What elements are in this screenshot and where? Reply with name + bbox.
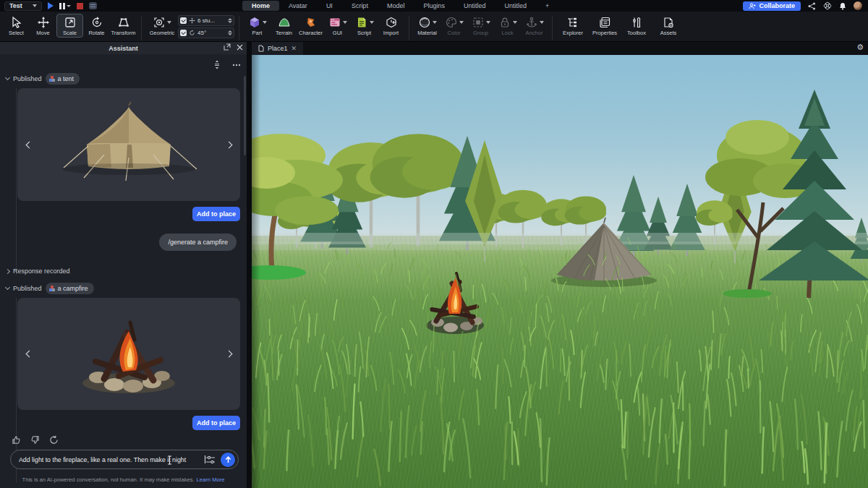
tab-ui[interactable]: UI [317, 1, 342, 11]
rotate-tool-button[interactable]: Rotate [83, 14, 110, 38]
import-button[interactable]: Import [378, 14, 404, 38]
apps-grid-icon[interactable] [823, 1, 832, 10]
carousel-next-button[interactable] [226, 350, 231, 359]
close-icon[interactable] [237, 44, 243, 51]
chevron-down-icon [433, 21, 437, 24]
material-button[interactable]: Material [414, 14, 441, 38]
assistant-input[interactable]: Add light to the fireplace, like a real … [10, 450, 239, 469]
tent-preview-card[interactable] [17, 88, 240, 201]
model-icon [49, 76, 55, 82]
popout-icon[interactable] [224, 43, 231, 51]
published-label: Published [13, 75, 42, 82]
tab-script[interactable]: Script [342, 1, 378, 11]
toolbox-icon [630, 16, 643, 29]
send-button[interactable] [221, 453, 235, 467]
group-button[interactable]: Group [467, 14, 494, 38]
add-to-place-button-tent[interactable]: Add to place [192, 207, 240, 221]
viewport-settings-gear-icon[interactable]: ⚙ [856, 43, 864, 52]
add-to-place-button-campfire[interactable]: Add to place [192, 416, 240, 430]
anchor-button[interactable]: Anchor [521, 14, 548, 38]
assistant-conversation[interactable]: Published a tent [0, 54, 247, 488]
scale-tool-button[interactable]: Scale [56, 14, 83, 38]
move-snap-checkbox[interactable] [180, 17, 187, 24]
assistant-input-text[interactable]: Add light to the fireplace, like a real … [19, 456, 204, 463]
tune-icon[interactable] [205, 455, 216, 464]
script-button[interactable]: Script [351, 14, 378, 38]
move-arrows-icon [37, 16, 50, 29]
explorer-button[interactable]: Explorer [557, 14, 589, 38]
panel-divider[interactable] [247, 42, 252, 488]
scene-objects [252, 55, 868, 488]
character-button[interactable]: Character [297, 14, 324, 38]
rotate-snap-field[interactable]: 45° [178, 27, 234, 38]
place-tab-label: Place1 [268, 45, 288, 52]
carousel-prev-button[interactable] [26, 140, 32, 149]
user-message-bubble: /generate a campfire [159, 234, 237, 251]
test-mode-dropdown[interactable]: Test [4, 1, 42, 11]
response-recorded-row[interactable]: Response recorded [6, 267, 70, 275]
tab-model[interactable]: Model [378, 1, 414, 11]
stop-icon[interactable] [77, 3, 83, 9]
move-snap-stepper[interactable] [228, 18, 232, 23]
explorer-tree-icon [566, 16, 579, 29]
select-tool-button[interactable]: Select [3, 14, 30, 38]
terrain-button[interactable]: Terrain [271, 14, 297, 38]
thumbs-down-icon[interactable] [30, 435, 40, 445]
pause-icon[interactable] [59, 3, 71, 9]
close-tab-icon[interactable]: ✕ [292, 45, 297, 52]
chevron-down-icon [370, 21, 374, 24]
campfire-preview-card[interactable] [17, 298, 240, 410]
ai-disclaimer: This is an AI-powered conversation, not … [0, 476, 247, 483]
lock-button[interactable]: Lock [494, 14, 521, 38]
chevron-down-icon [167, 21, 171, 24]
tab-untitled-2[interactable]: Untitled [495, 1, 536, 11]
user-avatar[interactable] [854, 1, 862, 10]
published-row-campfire[interactable]: Published a campfire [6, 283, 94, 294]
mute-icon[interactable] [89, 2, 97, 9]
expand-collapse-icon[interactable] [213, 60, 221, 69]
regenerate-icon[interactable] [49, 435, 59, 445]
geometric-icon [153, 16, 166, 29]
toolbox-button[interactable]: Toolbox [621, 14, 652, 38]
assistant-scrollbar[interactable] [244, 76, 246, 155]
move-tool-button[interactable]: Move [30, 14, 56, 38]
anchor-icon [525, 16, 538, 29]
scale-icon [64, 16, 77, 29]
transform-tool-button[interactable]: Transform [110, 14, 137, 38]
asset-chip-tent[interactable]: a tent [46, 73, 80, 85]
title-bar: Test Home Avatar UI Script Model Plugins… [0, 0, 868, 12]
rotate-snap-checkbox[interactable] [180, 30, 187, 36]
geometric-mode-button[interactable]: Geometric [146, 14, 178, 38]
gui-button[interactable]: GUI [324, 14, 351, 38]
share-icon[interactable] [808, 2, 816, 10]
edit-group: Material Color Group [411, 12, 550, 41]
ribbon-toolbar: Select Move Scale Rotate Transform [0, 12, 868, 42]
asset-chip-campfire[interactable]: a campfire [46, 283, 94, 294]
move-snap-value[interactable]: 6 stu... [197, 17, 226, 24]
tab-plugins[interactable]: Plugins [414, 1, 454, 11]
move-snap-field[interactable]: 6 stu... [178, 15, 234, 26]
more-options-icon[interactable] [232, 64, 241, 67]
thumbs-up-icon[interactable] [12, 435, 21, 445]
tab-home[interactable]: Home [242, 1, 279, 11]
published-row-tent[interactable]: Published a tent [6, 73, 80, 85]
collaborate-button[interactable]: Collaborate [743, 1, 801, 11]
part-button[interactable]: Part [244, 14, 271, 38]
properties-icon [598, 16, 611, 29]
notifications-bell-icon[interactable] [839, 2, 846, 10]
properties-button[interactable]: Properties [589, 14, 621, 38]
learn-more-link[interactable]: Learn More [197, 476, 225, 483]
play-icon[interactable] [48, 2, 54, 9]
chevron-down-icon [540, 21, 544, 24]
rotate-snap-stepper[interactable] [228, 30, 232, 35]
3d-scene[interactable] [252, 55, 868, 488]
place-tab[interactable]: Place1 ✕ [252, 42, 303, 55]
tab-add-button[interactable]: + [536, 1, 558, 11]
carousel-prev-button[interactable] [26, 350, 32, 359]
carousel-next-button[interactable] [226, 140, 231, 149]
tab-untitled-1[interactable]: Untitled [454, 1, 495, 11]
assets-button[interactable]: Assets [652, 14, 684, 38]
color-button[interactable]: Color [441, 14, 467, 38]
rotate-snap-value[interactable]: 45° [197, 30, 226, 36]
tab-avatar[interactable]: Avatar [279, 1, 317, 11]
